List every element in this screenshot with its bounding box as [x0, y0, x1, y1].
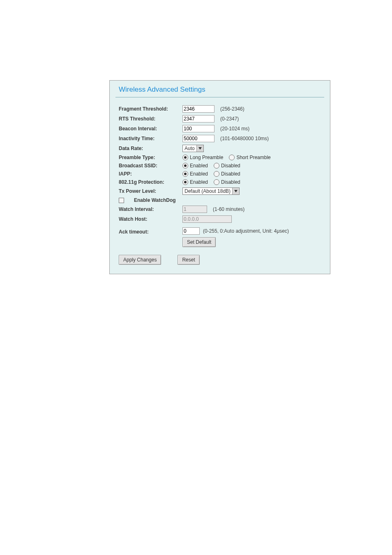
- tx-power-select[interactable]: Default (About 18dB): [182, 187, 240, 195]
- radio-icon: [214, 179, 219, 185]
- row-data-rate: Data Rate: Auto: [110, 143, 330, 153]
- g-protection-enabled-radio[interactable]: Enabled: [182, 179, 208, 185]
- watch-interval-label: Watch Interval:: [119, 206, 182, 212]
- radio-icon: [182, 155, 188, 160]
- enable-watchdog-label: Enable WatchDog: [127, 197, 190, 203]
- iapp-enabled-label: Enabled: [190, 171, 208, 177]
- broadcast-ssid-enabled-label: Enabled: [190, 163, 208, 169]
- radio-icon: [182, 163, 188, 169]
- broadcast-ssid-enabled-radio[interactable]: Enabled: [182, 163, 208, 169]
- ack-timeout-label: Ack timeout:: [119, 227, 182, 235]
- beacon-interval-label: Beacon Interval:: [119, 126, 182, 132]
- ack-timeout-range: (0-255, 0:Auto adjustment, Unit: 4μsec): [203, 228, 289, 234]
- row-inactivity-time: Inactivity Time: (101-60480000 10ms): [110, 134, 330, 143]
- radio-icon: [214, 163, 219, 169]
- row-fragment-threshold: Fragment Threshold: (256-2346): [110, 104, 330, 114]
- row-g-protection: 802.11g Protection: Enabled Disabled: [110, 178, 330, 186]
- data-rate-selected: Auto: [183, 145, 196, 152]
- panel-title: Wireless Advanced Settings: [110, 85, 330, 97]
- row-rts-threshold: RTS Threshold: (0-2347): [110, 114, 330, 124]
- iapp-disabled-radio[interactable]: Disabled: [214, 171, 240, 177]
- broadcast-ssid-label: Broadcast SSID:: [119, 163, 182, 169]
- preamble-short-label: Short Preamble: [236, 155, 270, 160]
- beacon-interval-input[interactable]: [182, 125, 214, 132]
- rts-threshold-input[interactable]: [182, 115, 214, 123]
- inactivity-time-input[interactable]: [182, 135, 214, 142]
- wireless-advanced-settings-panel: Wireless Advanced Settings Fragment Thre…: [109, 80, 330, 274]
- watch-host-label: Watch Host:: [119, 216, 182, 222]
- row-beacon-interval: Beacon Interval: (20-1024 ms): [110, 124, 330, 134]
- rts-threshold-range: (0-2347): [220, 116, 239, 122]
- iapp-enabled-radio[interactable]: Enabled: [182, 171, 208, 177]
- row-ack-timeout: Ack timeout: (0-255, 0:Auto adjustment, …: [110, 224, 330, 248]
- g-protection-disabled-radio[interactable]: Disabled: [214, 179, 240, 185]
- preamble-type-label: Preamble Type:: [119, 155, 182, 160]
- radio-icon: [182, 171, 188, 177]
- enable-watchdog-checkbox[interactable]: [119, 198, 124, 203]
- watch-host-input[interactable]: [182, 215, 232, 223]
- radio-icon: [229, 155, 235, 160]
- fragment-threshold-range: (256-2346): [220, 106, 244, 112]
- iapp-disabled-label: Disabled: [221, 171, 240, 177]
- broadcast-ssid-disabled-radio[interactable]: Disabled: [214, 163, 240, 169]
- g-protection-label: 802.11g Protection:: [119, 179, 182, 185]
- footer-buttons: Apply Changes Reset: [110, 248, 330, 266]
- row-tx-power: Tx Power Level: Default (About 18dB): [110, 186, 330, 196]
- data-rate-label: Data Rate:: [119, 146, 182, 151]
- fragment-threshold-label: Fragment Threshold:: [119, 106, 182, 112]
- divider: [115, 97, 324, 97]
- inactivity-time-range: (101-60480000 10ms): [220, 136, 269, 141]
- reset-button[interactable]: Reset: [178, 255, 199, 265]
- data-rate-select[interactable]: Auto: [182, 145, 204, 152]
- radio-icon: [182, 179, 188, 185]
- chevron-down-icon: [196, 145, 203, 152]
- watch-interval-range: (1-60 minutes): [213, 206, 244, 212]
- fragment-threshold-input[interactable]: [182, 105, 214, 113]
- ack-timeout-input[interactable]: [182, 227, 200, 235]
- iapp-label: IAPP:: [119, 171, 182, 177]
- row-iapp: IAPP: Enabled Disabled: [110, 170, 330, 178]
- preamble-long-label: Long Preamble: [190, 155, 223, 160]
- inactivity-time-label: Inactivity Time:: [119, 136, 182, 141]
- preamble-short-radio[interactable]: Short Preamble: [229, 155, 270, 160]
- broadcast-ssid-disabled-label: Disabled: [221, 163, 240, 169]
- beacon-interval-range: (20-1024 ms): [220, 126, 249, 132]
- watch-interval-input[interactable]: [182, 206, 207, 213]
- tx-power-selected: Default (About 18dB): [183, 188, 232, 194]
- rts-threshold-label: RTS Threshold:: [119, 116, 182, 122]
- row-enable-watchdog: Enable WatchDog: [110, 196, 330, 204]
- row-watch-host: Watch Host:: [110, 214, 330, 224]
- preamble-long-radio[interactable]: Long Preamble: [182, 155, 223, 160]
- tx-power-label: Tx Power Level:: [119, 188, 182, 194]
- g-protection-enabled-label: Enabled: [190, 179, 208, 185]
- row-preamble-type: Preamble Type: Long Preamble Short Pream…: [110, 153, 330, 162]
- g-protection-disabled-label: Disabled: [221, 179, 240, 185]
- set-default-button[interactable]: Set Default: [182, 237, 216, 247]
- apply-changes-button[interactable]: Apply Changes: [119, 255, 161, 265]
- row-broadcast-ssid: Broadcast SSID: Enabled Disabled: [110, 162, 330, 170]
- chevron-down-icon: [232, 188, 239, 194]
- radio-icon: [214, 171, 219, 177]
- row-watch-interval: Watch Interval: (1-60 minutes): [110, 204, 330, 214]
